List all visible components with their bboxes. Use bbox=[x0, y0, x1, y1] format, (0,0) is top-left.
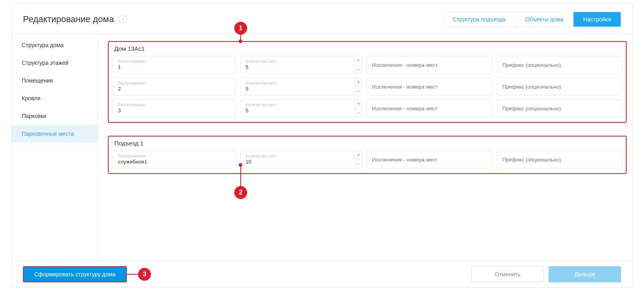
location-input[interactable] bbox=[118, 86, 230, 92]
tab-entrance-structure[interactable]: Структура подъезда bbox=[443, 12, 516, 27]
sidebar-item-roof[interactable]: Кровля bbox=[12, 89, 98, 107]
plus-icon[interactable]: + bbox=[355, 78, 361, 87]
cancel-button[interactable]: Отменить bbox=[471, 266, 544, 282]
tab-settings[interactable]: Настройка bbox=[574, 12, 621, 27]
table-row: Расположение Количество мест +– bbox=[113, 78, 622, 95]
header-tabs: Структура подъезда Объекты дома Настройк… bbox=[443, 12, 621, 27]
plus-icon[interactable]: + bbox=[355, 151, 361, 160]
callout-stem-3 bbox=[127, 274, 138, 275]
page-title: Редактирование дома bbox=[23, 14, 114, 25]
location-input[interactable] bbox=[118, 108, 230, 114]
field-label: Количество мест bbox=[246, 154, 350, 159]
minus-icon[interactable]: – bbox=[355, 87, 361, 95]
count-input[interactable] bbox=[246, 108, 350, 114]
field-label: Количество мест bbox=[246, 59, 350, 64]
table-row: Расположение Количество мест +– bbox=[113, 99, 622, 117]
callout-stem-2 bbox=[240, 166, 241, 187]
field-label: Расположение bbox=[118, 81, 230, 86]
callout-badge-2: 2 bbox=[234, 186, 247, 199]
field-label: Количество мест bbox=[246, 103, 350, 108]
minus-icon[interactable]: – bbox=[355, 160, 361, 168]
sidebar-item-rooms[interactable]: Помещения bbox=[12, 72, 98, 89]
next-button[interactable]: Дальше bbox=[549, 266, 621, 282]
count-input[interactable] bbox=[246, 159, 350, 165]
location-input[interactable] bbox=[118, 64, 230, 70]
prefix-input[interactable] bbox=[497, 62, 621, 68]
tab-house-objects[interactable]: Объекты дома bbox=[516, 12, 574, 27]
group-title: Подъезд 1 bbox=[113, 137, 622, 147]
callout-badge-1: 1 bbox=[234, 22, 247, 35]
exclusions-input[interactable] bbox=[367, 84, 492, 90]
count-input[interactable] bbox=[246, 64, 350, 70]
table-row: Расположение Количество мест +– bbox=[113, 151, 622, 168]
exclusions-input[interactable] bbox=[367, 157, 492, 163]
plus-icon[interactable]: + bbox=[355, 56, 361, 65]
generate-structure-button[interactable]: Сформировать структуру дома bbox=[23, 266, 127, 282]
exclusions-input[interactable] bbox=[367, 62, 492, 68]
plus-icon[interactable]: + bbox=[355, 100, 361, 109]
sidebar-item-parking-spaces[interactable]: Парковочные места bbox=[12, 125, 98, 143]
field-label: Расположение bbox=[118, 59, 230, 64]
sidebar-item-floor-structure[interactable]: Структура этажей bbox=[12, 54, 98, 72]
field-label: Расположение bbox=[118, 103, 230, 108]
location-input[interactable] bbox=[118, 159, 230, 165]
minus-icon[interactable]: – bbox=[355, 65, 361, 74]
prefix-input[interactable] bbox=[497, 106, 621, 112]
info-icon[interactable]: i bbox=[119, 15, 127, 23]
field-label: Количество мест bbox=[246, 81, 350, 86]
prefix-input[interactable] bbox=[497, 84, 621, 90]
callout-badge-3: 3 bbox=[138, 268, 151, 281]
group-entrance: Подъезд 1 Расположение Количество мест +… bbox=[108, 136, 627, 174]
minus-icon[interactable]: – bbox=[355, 109, 361, 117]
group-house: Дом 13Ас1 Расположение Количество мест +… bbox=[108, 41, 627, 123]
sidebar-item-parking[interactable]: Парковки bbox=[12, 107, 98, 125]
group-title: Дом 13Ас1 bbox=[113, 42, 622, 52]
prefix-input[interactable] bbox=[497, 157, 621, 163]
callout-dot-2 bbox=[239, 163, 242, 167]
count-input[interactable] bbox=[246, 86, 350, 92]
table-row: Расположение Количество мест +– bbox=[113, 56, 622, 74]
sidebar-item-house-structure[interactable]: Структура дома bbox=[12, 36, 98, 54]
callout-dot-1 bbox=[239, 39, 242, 43]
sidebar: Структура дома Структура этажей Помещени… bbox=[12, 34, 98, 261]
exclusions-input[interactable] bbox=[367, 106, 492, 112]
field-label: Расположение bbox=[118, 154, 230, 159]
